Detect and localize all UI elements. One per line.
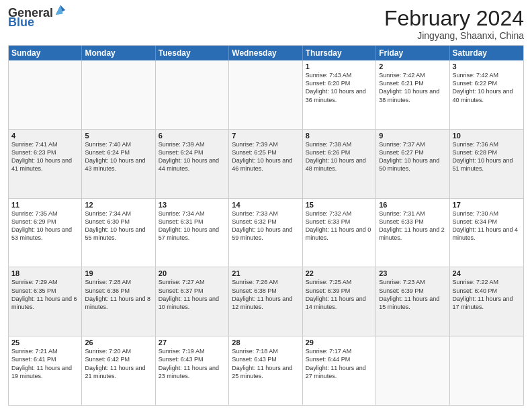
day-number: 9 <box>379 132 446 140</box>
day-number: 20 <box>159 269 226 277</box>
month-year: February 2024 <box>384 7 524 30</box>
cal-cell: 25Sunrise: 7:21 AM Sunset: 6:41 PM Dayli… <box>9 336 82 405</box>
day-header-friday: Friday <box>376 46 449 60</box>
cell-info: Sunrise: 7:33 AM Sunset: 6:32 PM Dayligh… <box>232 210 299 242</box>
day-number: 18 <box>11 269 79 277</box>
cal-cell: 19Sunrise: 7:28 AM Sunset: 6:36 PM Dayli… <box>82 267 155 336</box>
cell-info: Sunrise: 7:27 AM Sunset: 6:37 PM Dayligh… <box>159 278 226 311</box>
cal-cell <box>229 60 302 129</box>
cal-cell: 10Sunrise: 7:36 AM Sunset: 6:28 PM Dayli… <box>450 130 523 198</box>
cal-row-0: 1Sunrise: 7:43 AM Sunset: 6:20 PM Daylig… <box>9 60 523 129</box>
cal-cell: 7Sunrise: 7:39 AM Sunset: 6:25 PM Daylig… <box>229 130 302 198</box>
day-header-monday: Monday <box>82 46 155 60</box>
day-number: 14 <box>232 201 299 209</box>
cell-info: Sunrise: 7:25 AM Sunset: 6:39 PM Dayligh… <box>306 278 373 311</box>
cal-cell: 26Sunrise: 7:20 AM Sunset: 6:42 PM Dayli… <box>82 336 155 405</box>
title-block: February 2024 Jingyang, Shaanxi, China <box>384 7 524 41</box>
cell-info: Sunrise: 7:29 AM Sunset: 6:35 PM Dayligh… <box>11 278 79 311</box>
cal-cell: 18Sunrise: 7:29 AM Sunset: 6:35 PM Dayli… <box>9 267 82 336</box>
cell-info: Sunrise: 7:34 AM Sunset: 6:30 PM Dayligh… <box>85 210 152 242</box>
cal-row-4: 25Sunrise: 7:21 AM Sunset: 6:41 PM Dayli… <box>9 336 523 405</box>
day-number: 26 <box>85 338 152 347</box>
day-number: 19 <box>85 269 152 277</box>
day-number: 23 <box>379 269 446 277</box>
cell-info: Sunrise: 7:32 AM Sunset: 6:33 PM Dayligh… <box>306 210 373 242</box>
page: General Blue February 2024 Jingyang, Sha… <box>0 0 532 411</box>
cell-info: Sunrise: 7:18 AM Sunset: 6:43 PM Dayligh… <box>232 347 299 380</box>
cell-info: Sunrise: 7:42 AM Sunset: 6:21 PM Dayligh… <box>379 71 446 104</box>
day-number: 21 <box>232 269 299 277</box>
cal-cell: 23Sunrise: 7:23 AM Sunset: 6:39 PM Dayli… <box>376 267 449 336</box>
cal-cell: 15Sunrise: 7:32 AM Sunset: 6:33 PM Dayli… <box>303 199 376 267</box>
cal-cell <box>376 336 449 405</box>
cal-cell: 12Sunrise: 7:34 AM Sunset: 6:30 PM Dayli… <box>82 199 155 267</box>
cal-cell: 27Sunrise: 7:19 AM Sunset: 6:43 PM Dayli… <box>156 336 229 405</box>
cell-info: Sunrise: 7:31 AM Sunset: 6:33 PM Dayligh… <box>379 210 446 242</box>
day-number: 15 <box>306 201 373 209</box>
day-number: 29 <box>306 338 373 347</box>
day-number: 13 <box>159 201 226 209</box>
cell-info: Sunrise: 7:23 AM Sunset: 6:39 PM Dayligh… <box>379 278 446 311</box>
day-number: 16 <box>379 201 446 209</box>
day-number: 28 <box>232 338 299 347</box>
day-number: 6 <box>159 132 226 140</box>
day-number: 10 <box>453 132 521 140</box>
cell-info: Sunrise: 7:19 AM Sunset: 6:43 PM Dayligh… <box>159 347 226 380</box>
day-number: 12 <box>85 201 152 209</box>
cell-info: Sunrise: 7:28 AM Sunset: 6:36 PM Dayligh… <box>85 278 152 311</box>
cell-info: Sunrise: 7:41 AM Sunset: 6:23 PM Dayligh… <box>11 140 79 173</box>
cal-cell: 11Sunrise: 7:35 AM Sunset: 6:29 PM Dayli… <box>9 199 82 267</box>
cal-row-3: 18Sunrise: 7:29 AM Sunset: 6:35 PM Dayli… <box>9 267 523 336</box>
cell-info: Sunrise: 7:30 AM Sunset: 6:34 PM Dayligh… <box>453 210 521 242</box>
cal-cell <box>9 60 82 129</box>
day-number: 4 <box>11 132 79 140</box>
calendar-header: SundayMondayTuesdayWednesdayThursdayFrid… <box>9 46 523 60</box>
location: Jingyang, Shaanxi, China <box>384 30 524 41</box>
cal-cell: 6Sunrise: 7:39 AM Sunset: 6:24 PM Daylig… <box>156 130 229 198</box>
day-number: 5 <box>85 132 152 140</box>
cal-cell: 13Sunrise: 7:34 AM Sunset: 6:31 PM Dayli… <box>156 199 229 267</box>
cal-cell: 28Sunrise: 7:18 AM Sunset: 6:43 PM Dayli… <box>229 336 302 405</box>
cell-info: Sunrise: 7:39 AM Sunset: 6:25 PM Dayligh… <box>232 140 299 173</box>
cal-cell: 4Sunrise: 7:41 AM Sunset: 6:23 PM Daylig… <box>9 130 82 198</box>
cal-cell: 5Sunrise: 7:40 AM Sunset: 6:24 PM Daylig… <box>82 130 155 198</box>
cell-info: Sunrise: 7:36 AM Sunset: 6:28 PM Dayligh… <box>453 140 521 173</box>
cell-info: Sunrise: 7:35 AM Sunset: 6:29 PM Dayligh… <box>11 210 79 242</box>
cal-cell: 21Sunrise: 7:26 AM Sunset: 6:38 PM Dayli… <box>229 267 302 336</box>
day-number: 2 <box>379 62 446 71</box>
cell-info: Sunrise: 7:20 AM Sunset: 6:42 PM Dayligh… <box>85 347 152 380</box>
day-number: 25 <box>11 338 79 347</box>
cal-cell: 8Sunrise: 7:38 AM Sunset: 6:26 PM Daylig… <box>303 130 376 198</box>
cal-cell: 24Sunrise: 7:22 AM Sunset: 6:40 PM Dayli… <box>450 267 523 336</box>
day-header-tuesday: Tuesday <box>156 46 229 60</box>
cal-cell: 1Sunrise: 7:43 AM Sunset: 6:20 PM Daylig… <box>303 60 376 129</box>
logo: General Blue <box>8 7 66 28</box>
cell-info: Sunrise: 7:37 AM Sunset: 6:27 PM Dayligh… <box>379 140 446 173</box>
day-number: 24 <box>453 269 521 277</box>
cal-cell: 14Sunrise: 7:33 AM Sunset: 6:32 PM Dayli… <box>229 199 302 267</box>
cal-row-1: 4Sunrise: 7:41 AM Sunset: 6:23 PM Daylig… <box>9 129 523 198</box>
cal-cell <box>450 336 523 405</box>
cell-info: Sunrise: 7:40 AM Sunset: 6:24 PM Dayligh… <box>85 140 152 173</box>
logo-icon <box>54 4 66 16</box>
cell-info: Sunrise: 7:17 AM Sunset: 6:44 PM Dayligh… <box>306 347 373 380</box>
cal-cell <box>156 60 229 129</box>
cell-info: Sunrise: 7:43 AM Sunset: 6:20 PM Dayligh… <box>306 71 373 104</box>
cal-cell: 29Sunrise: 7:17 AM Sunset: 6:44 PM Dayli… <box>303 336 376 405</box>
cal-cell: 3Sunrise: 7:42 AM Sunset: 6:22 PM Daylig… <box>450 60 523 129</box>
cell-info: Sunrise: 7:21 AM Sunset: 6:41 PM Dayligh… <box>11 347 79 380</box>
day-header-sunday: Sunday <box>9 46 82 60</box>
cal-cell: 2Sunrise: 7:42 AM Sunset: 6:21 PM Daylig… <box>376 60 449 129</box>
day-header-wednesday: Wednesday <box>229 46 302 60</box>
day-number: 17 <box>453 201 521 209</box>
cal-cell: 16Sunrise: 7:31 AM Sunset: 6:33 PM Dayli… <box>376 199 449 267</box>
day-header-saturday: Saturday <box>450 46 523 60</box>
cell-info: Sunrise: 7:38 AM Sunset: 6:26 PM Dayligh… <box>306 140 373 173</box>
day-number: 7 <box>232 132 299 140</box>
day-number: 3 <box>453 62 521 71</box>
day-number: 22 <box>306 269 373 277</box>
logo-blue: Blue <box>8 16 34 28</box>
cal-cell: 20Sunrise: 7:27 AM Sunset: 6:37 PM Dayli… <box>156 267 229 336</box>
cal-row-2: 11Sunrise: 7:35 AM Sunset: 6:29 PM Dayli… <box>9 198 523 267</box>
day-number: 27 <box>159 338 226 347</box>
